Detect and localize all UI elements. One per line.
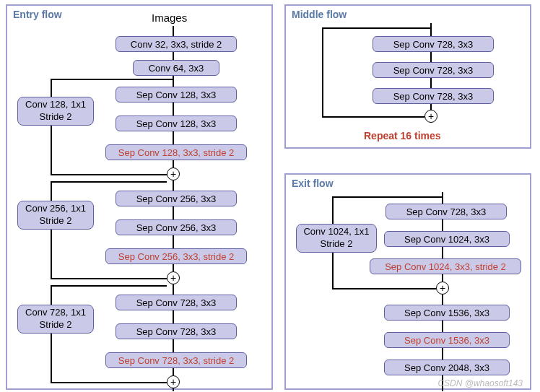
entry-block-5: Sep Conv 256, 3x3 [116, 191, 237, 206]
images-label: Images [152, 12, 187, 24]
skip-v-2a [51, 181, 52, 201]
exit-block-5: Sep Conv 2048, 3x3 [384, 360, 510, 375]
entry-block-2: Sep Conv 128, 3x3 [116, 87, 237, 103]
middle-skip-h2 [322, 116, 424, 118]
skip-v-3a [51, 285, 52, 305]
exit-block-1: Sep Conv 1024, 3x3 [384, 231, 510, 247]
exit-skip-h2 [332, 288, 436, 289]
skip-v-3b [51, 334, 52, 382]
exit-flow-title: Exit flow [292, 178, 334, 189]
middle-repeat-label: Repeat 16 times [364, 130, 441, 141]
skip-v-1a [51, 79, 52, 97]
middle-skip-v [322, 27, 323, 116]
entry-plus-1: + [167, 167, 180, 180]
exit-flow-panel: Exit flow Conv 1024, 1x1 Stride 2 Sep Co… [284, 173, 531, 390]
skip-h-1b [51, 174, 167, 175]
entry-block-7: Sep Conv 256, 3x3, stride 2 [105, 248, 247, 264]
skip-h-3b [51, 382, 167, 383]
entry-block-9: Sep Conv 728, 3x3 [116, 323, 237, 339]
middle-flow-panel: Middle flow Sep Conv 728, 3x3 Sep Conv 7… [284, 4, 531, 149]
middle-block-0: Sep Conv 728, 3x3 [373, 36, 494, 52]
entry-block-0: Conv 32, 3x3, stride 2 [116, 36, 237, 52]
entry-plus-3: + [167, 375, 180, 388]
exit-skip-v1 [332, 196, 334, 224]
entry-block-3: Sep Conv 128, 3x3 [116, 116, 237, 131]
entry-block-8: Sep Conv 728, 3x3 [116, 295, 237, 310]
entry-plus-2: + [167, 271, 180, 284]
skip-v-1b [51, 126, 52, 174]
entry-side-0: Conv 128, 1x1 Stride 2 [17, 97, 94, 126]
exit-side-block: Conv 1024, 1x1 Stride 2 [296, 224, 377, 253]
entry-side-2: Conv 728, 1x1 Stride 2 [17, 305, 94, 334]
exit-skip-h1 [332, 196, 443, 198]
exit-plus: + [436, 282, 449, 295]
entry-side-1: Conv 256, 1x1 Stride 2 [17, 201, 94, 230]
watermark: CSDN @whaosoft143 [437, 378, 523, 388]
entry-flow-panel: Entry flow Images Conv 32, 3x3, stride 2… [6, 4, 273, 390]
skip-v-2b [51, 230, 52, 278]
middle-block-2: Sep Conv 728, 3x3 [373, 88, 494, 104]
exit-block-2: Sep Conv 1024, 3x3, stride 2 [370, 258, 521, 274]
middle-flow-title: Middle flow [292, 9, 347, 20]
entry-block-6: Sep Conv 256, 3x3 [116, 219, 237, 235]
exit-block-0: Sep Conv 728, 3x3 [386, 204, 507, 219]
middle-plus: + [424, 110, 437, 123]
entry-flow-title: Entry flow [13, 9, 62, 20]
skip-h-2a [51, 181, 167, 183]
entry-block-10: Sep Conv 728, 3x3, stride 2 [105, 352, 247, 368]
exit-block-3: Sep Conv 1536, 3x3 [384, 305, 510, 321]
exit-skip-v2 [332, 253, 334, 288]
entry-block-1: Conv 64, 3x3 [133, 60, 219, 76]
skip-h-3a [51, 285, 167, 287]
skip-h-2b [51, 278, 167, 279]
middle-skip-h1 [322, 27, 431, 29]
exit-block-4: Sep Conv 1536, 3x3 [384, 332, 510, 348]
entry-block-4: Sep Conv 128, 3x3, stride 2 [105, 144, 247, 160]
middle-block-1: Sep Conv 728, 3x3 [373, 62, 494, 78]
skip-h-1a [51, 79, 173, 80]
